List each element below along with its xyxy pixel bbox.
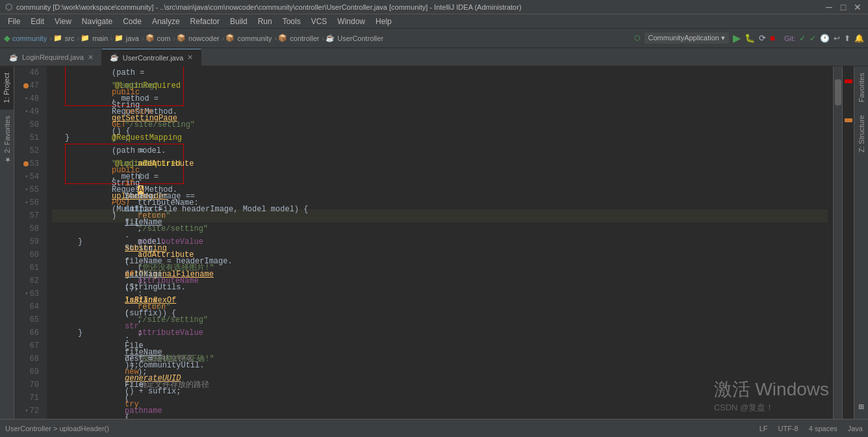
- tab-close-2[interactable]: ✕: [187, 53, 193, 62]
- file-icon: ☕: [326, 34, 335, 42]
- status-breadcrumb[interactable]: UserController > uploadHeader(): [5, 425, 109, 432]
- title-text: community [D:\work\workspace\community] …: [16, 3, 824, 11]
- minimize-button[interactable]: ─: [824, 2, 834, 12]
- right-scrollbar[interactable]: [833, 66, 842, 419]
- line-num-66: 66: [30, 326, 39, 339]
- menu-code[interactable]: Code: [118, 14, 147, 29]
- breadcrumb-nowcoder[interactable]: nowcoder: [187, 34, 221, 42]
- status-java[interactable]: Java: [848, 425, 863, 432]
- menu-build[interactable]: Build: [225, 14, 253, 29]
- git-check-icon: ✓: [799, 34, 806, 43]
- menu-analyze[interactable]: Analyze: [147, 14, 185, 29]
- breadcrumb-sep-3: ›: [110, 34, 113, 42]
- left-panels: 1: Project ★ 2: Favorites: [0, 66, 14, 419]
- menu-window[interactable]: Window: [332, 14, 370, 29]
- fold-icon-54[interactable]: ▾: [25, 170, 28, 183]
- gutter-line-47: 47: [17, 79, 44, 92]
- menu-navigate[interactable]: Navigate: [77, 14, 118, 29]
- folder-icon-7: 📦: [278, 34, 287, 42]
- status-lf[interactable]: LF: [760, 425, 768, 432]
- gutter-line-46: 46: [17, 66, 44, 79]
- gutter-line-61: 61: [17, 261, 44, 274]
- breadcrumb-java[interactable]: java: [125, 34, 140, 42]
- menu-view[interactable]: View: [49, 14, 77, 29]
- git-undo-icon[interactable]: ↩: [834, 34, 840, 43]
- line-num-56: 56: [30, 196, 39, 209]
- line-num-48: 48: [30, 92, 39, 105]
- git-check2-icon: ✓: [810, 34, 816, 43]
- panel-favorites[interactable]: ★ 2: Favorites: [0, 109, 14, 170]
- line-num-61: 61: [30, 261, 39, 274]
- fold-icon-49[interactable]: ▾: [25, 105, 28, 118]
- breadcrumb-controller[interactable]: controller: [288, 34, 320, 42]
- menu-refactor[interactable]: Refactor: [185, 14, 225, 29]
- right-annotation-bar: [842, 66, 854, 419]
- menu-help[interactable]: Help: [370, 14, 397, 29]
- run-with-coverage[interactable]: ⟳: [759, 33, 766, 43]
- folder-icon-5: 📦: [177, 34, 186, 42]
- annotation-marker-2: [845, 118, 852, 122]
- menu-run[interactable]: Run: [253, 14, 277, 29]
- breadcrumb-com[interactable]: com: [156, 34, 172, 42]
- fold-icon-55[interactable]: ▾: [25, 183, 28, 196]
- tabs-bar: ☕ LoginRequired.java ✕ ☕ UserController.…: [0, 48, 868, 66]
- code-area[interactable]: @LoginRequired @RequestMapping (path = "…: [47, 66, 833, 419]
- line-num-71: 71: [30, 391, 39, 404]
- close-button[interactable]: ✕: [852, 2, 863, 12]
- right-panel-favorites[interactable]: Favorites: [855, 66, 868, 109]
- tab-close-1[interactable]: ✕: [88, 53, 94, 62]
- tab-login-required[interactable]: ☕ LoginRequired.java ✕: [1, 49, 102, 66]
- run-button[interactable]: ▶: [733, 32, 741, 44]
- status-spaces[interactable]: 4 spaces: [809, 425, 837, 432]
- git-push-icon[interactable]: ⬆: [844, 34, 850, 43]
- gutter-line-55: ▾ 55: [17, 183, 44, 196]
- window-controls: ─ □ ✕: [824, 2, 863, 12]
- breadcrumb-sep-7: ›: [275, 34, 277, 42]
- tab-user-controller[interactable]: ☕ UserController.java ✕: [102, 49, 202, 66]
- scroll-thumb[interactable]: [835, 79, 841, 105]
- fold-icon-72[interactable]: ▾: [25, 404, 28, 417]
- breadcrumb-sep-4: ›: [142, 34, 144, 42]
- main-content: 1: Project ★ 2: Favorites 46 47 ▾ 48 ▾ 4…: [0, 66, 868, 419]
- gutter-line-66: 66: [17, 326, 44, 339]
- expand-panel-icon[interactable]: ⊞: [858, 401, 863, 412]
- menu-edit[interactable]: Edit: [25, 14, 49, 29]
- breadcrumb-src[interactable]: src: [64, 34, 76, 42]
- tab-java-icon-1: ☕: [9, 53, 18, 62]
- fold-icon-63[interactable]: ▾: [25, 287, 28, 300]
- maximize-button[interactable]: □: [838, 2, 849, 12]
- fold-icon-48[interactable]: ▾: [25, 92, 28, 105]
- project-icon: ◆: [4, 34, 10, 43]
- title-bar: ⬡ community [D:\work\workspace\community…: [0, 0, 868, 14]
- breadcrumb-main[interactable]: main: [91, 34, 109, 42]
- run-config-label[interactable]: CommunityApplication ▾: [645, 33, 730, 44]
- breakpoint-53: [23, 161, 29, 166]
- gutter-line-70: 70: [17, 378, 44, 391]
- fold-icon-56[interactable]: ▾: [25, 196, 28, 209]
- gutter-line-64: 64: [17, 300, 44, 313]
- gutter-line-49: ▾ 49: [17, 105, 44, 118]
- stop-button[interactable]: ■: [770, 33, 775, 43]
- breadcrumb-community2[interactable]: community: [236, 34, 273, 42]
- code-container: 46 47 ▾ 48 ▾ 49 50 51 52: [14, 66, 854, 419]
- menu-vcs[interactable]: VCS: [306, 14, 333, 29]
- git-clock-icon: 🕐: [820, 34, 830, 43]
- right-panel-structure[interactable]: Z: Structure: [855, 109, 868, 159]
- panel-project[interactable]: 1: Project: [0, 66, 14, 109]
- line-num-57: 57: [30, 209, 39, 222]
- gutter-line-59: 59: [17, 235, 44, 248]
- line-num-59: 59: [30, 235, 39, 248]
- gutter-line-67: 67: [17, 339, 44, 352]
- breadcrumb-usercontroller[interactable]: UserController: [336, 34, 385, 42]
- gutter-line-63: ▾ 63: [17, 287, 44, 300]
- menu-file[interactable]: File: [3, 14, 25, 29]
- line-num-63: 63: [30, 287, 39, 300]
- line-num-51: 51: [30, 131, 39, 144]
- breadcrumb-community[interactable]: community: [11, 34, 48, 42]
- menu-tools[interactable]: Tools: [277, 14, 306, 29]
- git-fetch-icon[interactable]: 🔔: [854, 34, 864, 43]
- status-utf8[interactable]: UTF-8: [778, 425, 798, 432]
- gutter-line-58: 58: [17, 222, 44, 235]
- toolbar: ◆ community › 📁 src › 📁 main › 📁 java › …: [0, 29, 868, 48]
- debug-button[interactable]: 🐛: [745, 33, 755, 43]
